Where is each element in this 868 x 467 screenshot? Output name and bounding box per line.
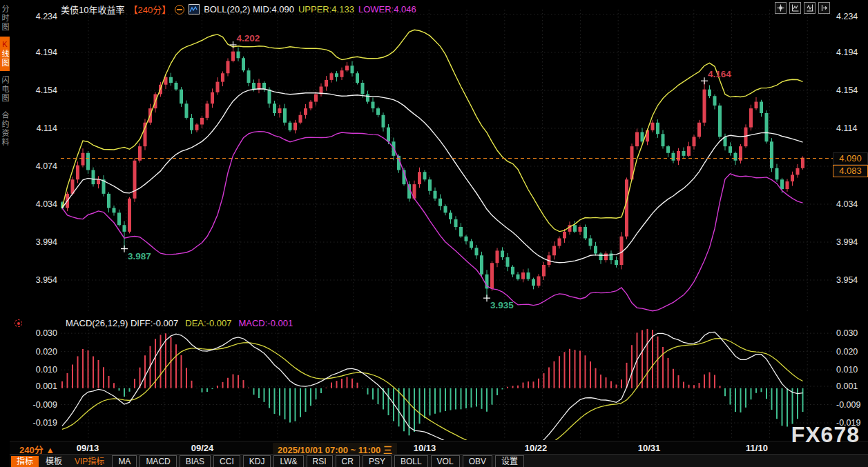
y-axis-label: 3.994 (836, 237, 868, 247)
bottom-toolbar: 指标模板VIP指标MAMACDBIASCCIKDJLW&RSICRPSYBOLL… (0, 454, 868, 467)
scroll-right-icon[interactable] (818, 2, 830, 14)
y-axis-label: 4.114 (26, 123, 57, 133)
y-axis-label: 4.194 (836, 48, 868, 57)
toolbar-item-1[interactable]: 模板 (40, 456, 68, 467)
y-axis-label: 0.020 (26, 347, 57, 357)
y-axis-label: 3.954 (836, 275, 868, 285)
watermark: FX678 (791, 422, 860, 448)
svg-text:3.987: 3.987 (128, 251, 151, 261)
y-axis-label: 3.994 (26, 237, 57, 247)
macd-dea-label: DEA:-0.007 (185, 318, 231, 328)
boll-upper-label: UPPER:4.133 (298, 4, 354, 14)
x-axis-label: 11/10 (746, 443, 768, 453)
y-axis-label: 0.010 (26, 365, 57, 375)
sidebar-tab-3[interactable]: 合约资料 (0, 108, 10, 150)
macd-diff-label: MACD(26,12,9) DIFF:-0.007 (66, 318, 178, 328)
y-axis-label: -0.009 (836, 400, 868, 410)
y-axis-label: 4.234 (836, 12, 868, 21)
y-axis-label: 0.001 (26, 381, 57, 391)
macd-value-label: MACD:-0.001 (238, 318, 293, 328)
candles-layer (61, 45, 805, 298)
y-axis-label: 4.034 (26, 199, 57, 209)
collapse-icon[interactable] (175, 5, 184, 14)
toolbar-item-8[interactable]: LW& (273, 455, 303, 467)
boll-mid-label: BOLL(20,2) MID:4.090 (204, 4, 294, 14)
y-axis-label: 4.074 (26, 161, 57, 171)
toolbar-item-10[interactable]: CR (336, 455, 360, 467)
boll-lower-label: LOWER:4.046 (358, 4, 416, 14)
sidebar-tab-1[interactable]: K线图 (0, 37, 10, 71)
y-axis-label: 4.234 (26, 12, 57, 21)
toolbar-item-9[interactable]: RSI (307, 455, 333, 467)
y-axis-label: 4.154 (836, 86, 868, 95)
last-price-tag: 4.083 (833, 165, 868, 177)
y-axis-label: 4.114 (836, 123, 868, 133)
x-axis-label: 10/22 (525, 443, 548, 453)
bollinger-bands-layer (62, 30, 803, 310)
y-axis-label: -0.019 (26, 418, 57, 428)
svg-text:4.164: 4.164 (708, 69, 731, 79)
reference-price-tag: 4.090 (833, 152, 868, 165)
y-axis-label: 0.030 (26, 328, 57, 338)
y-axis-label: 4.194 (26, 48, 57, 57)
toolbar-item-12[interactable]: BOLL (394, 455, 428, 467)
y-axis-right-icon[interactable] (804, 2, 816, 14)
toolbar-item-6[interactable]: CCI (213, 455, 240, 467)
candlestick-chart[interactable]: 3.9874.2023.9354.164 (0, 0, 868, 467)
toolbar-item-4[interactable]: MACD (139, 455, 176, 467)
x-axis: 240分 ▲ 09/1309/242025/10/01 07:00 ~ 11:0… (0, 441, 868, 455)
x-axis-label: 09/13 (77, 443, 99, 453)
sidebar-tab-0[interactable]: 分时图 (0, 1, 10, 35)
macd-header: MACD(26,12,9) DIFF:-0.007 DEA:-0.007 MAC… (66, 318, 293, 328)
sidebar-tab-2[interactable]: 闪电图 (0, 72, 10, 106)
toolbar-item-15[interactable]: 设置 (495, 455, 524, 467)
toolbar-item-14[interactable]: OBV (463, 455, 492, 467)
sidebar: 分时图K线图闪电图合约资料 (0, 0, 10, 467)
annotations-layer: 3.9874.2023.9354.164 (61, 33, 833, 310)
toolbar-item-3[interactable]: MA (112, 455, 137, 467)
indicator-chart-icon[interactable] (189, 4, 200, 14)
svg-text:3.935: 3.935 (490, 300, 514, 310)
y-axis-label: 4.034 (836, 199, 868, 209)
y-axis-label: 4.154 (26, 86, 57, 95)
x-axis-label: 10/31 (638, 443, 661, 453)
y-axis-label: -0.009 (26, 400, 57, 410)
chart-control-buttons (775, 2, 830, 14)
y-axis-label: 0.010 (836, 365, 868, 375)
y-axis-label: 0.030 (836, 328, 868, 338)
pan-icon[interactable] (775, 2, 787, 14)
svg-text:4.202: 4.202 (237, 33, 260, 43)
toolbar-item-7[interactable]: KDJ (243, 455, 271, 467)
toolbar-item-5[interactable]: BIAS (180, 455, 211, 467)
trading-terminal: 3.9874.2023.9354.164 分时图K线图闪电图合约资料 美债10年… (0, 0, 868, 467)
chart-header: 美债10年收益率 【240分】 BOLL(20,2) MID:4.090 UPP… (61, 3, 416, 15)
toolbar-item-2[interactable]: VIP指标 (69, 456, 110, 467)
y-axis-label: 3.954 (26, 275, 57, 285)
y-axis-left-icon[interactable] (789, 2, 801, 14)
toolbar-item-13[interactable]: VOL (431, 455, 460, 467)
toolbar-item-11[interactable]: PSY (363, 455, 392, 467)
y-axis-label: 0.001 (836, 381, 868, 391)
instrument-title: 美债10年收益率 (61, 3, 124, 16)
x-axis-label: 09/24 (191, 443, 214, 453)
toolbar-item-0[interactable]: 指标 (11, 456, 39, 467)
y-axis-label: 0.020 (836, 347, 868, 357)
period-tag: 【240分】 (128, 3, 171, 16)
x-axis-label: 10/13 (414, 443, 436, 453)
